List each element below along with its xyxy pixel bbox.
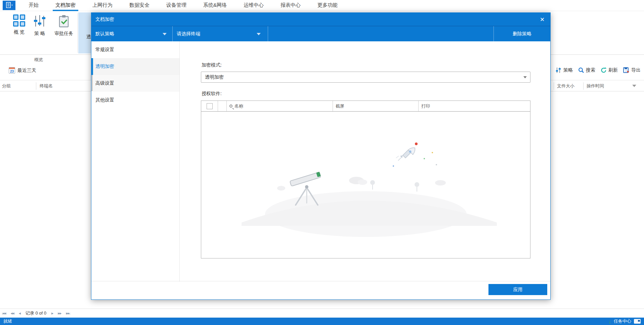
status-text: 就绪: [3, 318, 12, 324]
sliders-icon: [33, 14, 46, 28]
authorized-software-label: 授权软件:: [202, 91, 222, 97]
close-icon[interactable]: ✕: [538, 15, 546, 24]
tab-web-behavior[interactable]: 上网行为: [92, 0, 113, 11]
search-icon: [229, 105, 232, 108]
list-toolbar: 策略 搜索 刷新: [556, 67, 641, 73]
column-header-print[interactable]: 打印: [418, 101, 530, 111]
refresh-icon: [601, 67, 607, 73]
chevron-down-icon: [257, 33, 261, 35]
empty-column: [218, 101, 226, 111]
sidebar-item-general[interactable]: 常规设置: [91, 41, 179, 58]
download-arrow-icon: ↓: [609, 319, 611, 324]
column-header-filesize[interactable]: 文件大小: [557, 83, 574, 89]
tab-more-features[interactable]: 更多功能: [317, 0, 338, 11]
tool-label: 导出: [631, 67, 641, 73]
column-header-group[interactable]: 分组: [2, 83, 11, 89]
terminal-dropdown[interactable]: 请选择终端: [173, 26, 268, 42]
column-header-label: 名称: [234, 103, 243, 109]
dialog-sidebar: 常规设置 透明加密 高级设置 其他设置: [91, 41, 180, 282]
column-header-name[interactable]: 名称: [226, 101, 333, 111]
encryption-mode-select[interactable]: 透明加密: [201, 72, 530, 83]
export-tool-button[interactable]: 导出: [623, 67, 641, 73]
column-header-label: 截屏: [336, 103, 344, 109]
pagination-bar: |◀◀ ◀◀ ◀ 记录 0 of 0 ▶ ▶▶ ▶▶|: [0, 309, 644, 318]
software-table-header: 名称 截屏 打印: [201, 101, 530, 112]
tool-label: 刷新: [608, 67, 618, 73]
next-page-button[interactable]: ▶: [51, 312, 53, 315]
app-logo-icon: [5, 2, 13, 9]
encryption-mode-label: 加密模式:: [202, 62, 222, 68]
column-header-optime[interactable]: 操作时间: [587, 83, 604, 89]
tab-doc-encryption[interactable]: 文档加密: [55, 0, 76, 11]
policy-tool-button[interactable]: 策略: [556, 67, 573, 73]
first-page-button[interactable]: |◀◀: [2, 312, 6, 315]
policy-dropdown[interactable]: 默认策略: [91, 26, 172, 42]
ribbon-button-label: 审批任务: [54, 31, 73, 37]
tab-report-center[interactable]: 报表中心: [280, 0, 301, 11]
dialog-title: 文档加密: [95, 16, 114, 23]
tab-system-network[interactable]: 系统&网络: [203, 0, 227, 11]
chevron-down-icon[interactable]: [632, 85, 636, 87]
ribbon-group-separator: [77, 13, 78, 53]
dialog-title-bar: 文档加密 ✕: [91, 13, 550, 26]
tab-device-mgmt[interactable]: 设备管理: [166, 0, 187, 11]
empty-state-illustration: [201, 112, 530, 258]
column-separator: [36, 82, 36, 90]
fast-next-button[interactable]: ▶▶: [58, 312, 61, 315]
sidebar-item-other[interactable]: 其他设置: [91, 92, 179, 109]
prev-page-button[interactable]: ◀: [19, 312, 20, 315]
dialog-toolbar: 默认策略 请选择终端 删除策略: [91, 26, 550, 41]
column-separator: [583, 82, 584, 90]
search-tool-button[interactable]: 搜索: [578, 67, 595, 73]
ribbon-button-label: 概 览: [14, 29, 25, 35]
calendar-icon: 23: [9, 67, 15, 74]
software-table-body-empty: [201, 112, 530, 258]
chevron-down-icon: [523, 76, 527, 78]
task-center-button[interactable]: 任务中心: [614, 318, 631, 324]
delete-policy-button[interactable]: 删除策略: [493, 26, 550, 42]
tool-label: 搜索: [586, 67, 595, 73]
app-logo-button[interactable]: [3, 1, 15, 10]
dialog-footer: 应用: [91, 281, 550, 299]
export-icon: [623, 67, 630, 73]
doc-encryption-dialog: 文档加密 ✕ 默认策略 请选择终端 删除策略 常规设置 透明加密 高级设置 其他…: [91, 12, 551, 300]
dialog-content: 加密模式: 透明加密 授权软件: 名称 截屏 打印: [180, 41, 550, 281]
authorized-software-table: 名称 截屏 打印: [201, 100, 530, 258]
tab-home[interactable]: 开始: [28, 0, 39, 11]
last-page-button[interactable]: ▶▶|: [66, 312, 70, 315]
toolbar-separator: [268, 26, 268, 42]
select-all-checkbox[interactable]: [207, 103, 213, 109]
date-range-filter[interactable]: 23 最近三天: [9, 67, 36, 74]
clipboard-check-icon: [57, 14, 71, 28]
sliders-icon: [556, 67, 562, 73]
column-header-terminal[interactable]: 终端名: [40, 83, 53, 89]
ribbon-button-approval-tasks[interactable]: 审批任务: [50, 12, 77, 47]
sidebar-item-advanced[interactable]: 高级设置: [91, 75, 179, 92]
sidebar-item-transparent-encryption[interactable]: 透明加密: [91, 58, 179, 75]
task-monitor-icon[interactable]: [634, 319, 641, 324]
ribbon-button-policy[interactable]: 策 略: [29, 12, 50, 47]
refresh-tool-button[interactable]: 刷新: [601, 67, 618, 73]
record-count: 记录 0 of 0: [26, 310, 46, 316]
grid-icon: [13, 14, 25, 27]
main-nav: 开始 文档加密 上网行为 数据安全 设备管理 系统&网络 运维中心 报表中心 更…: [28, 0, 338, 11]
chevron-down-icon: [163, 33, 167, 35]
terminal-dropdown-value: 请选择终端: [173, 31, 200, 37]
search-icon: [578, 67, 584, 73]
date-filter-label: 最近三天: [17, 68, 36, 74]
column-header-label: 打印: [421, 103, 430, 109]
ribbon-button-label: 策 略: [34, 31, 45, 37]
tab-ops-center[interactable]: 运维中心: [243, 0, 264, 11]
apply-button[interactable]: 应用: [488, 284, 547, 295]
encryption-mode-value: 透明加密: [205, 74, 224, 80]
menu-bar: 开始 文档加密 上网行为 数据安全 设备管理 系统&网络 运维中心 报表中心 更…: [0, 0, 644, 11]
status-bar: 就绪 ↓ 任务中心: [0, 318, 644, 325]
fast-prev-button[interactable]: ◀◀: [10, 312, 14, 315]
ribbon-group-label: 概览: [0, 57, 77, 63]
policy-dropdown-value: 默认策略: [91, 31, 114, 37]
rocket: [396, 148, 415, 161]
column-header-screenshot[interactable]: 截屏: [333, 101, 418, 111]
tab-data-security[interactable]: 数据安全: [129, 0, 150, 11]
checkbox-column: [201, 101, 218, 111]
column-separator: [554, 82, 554, 90]
